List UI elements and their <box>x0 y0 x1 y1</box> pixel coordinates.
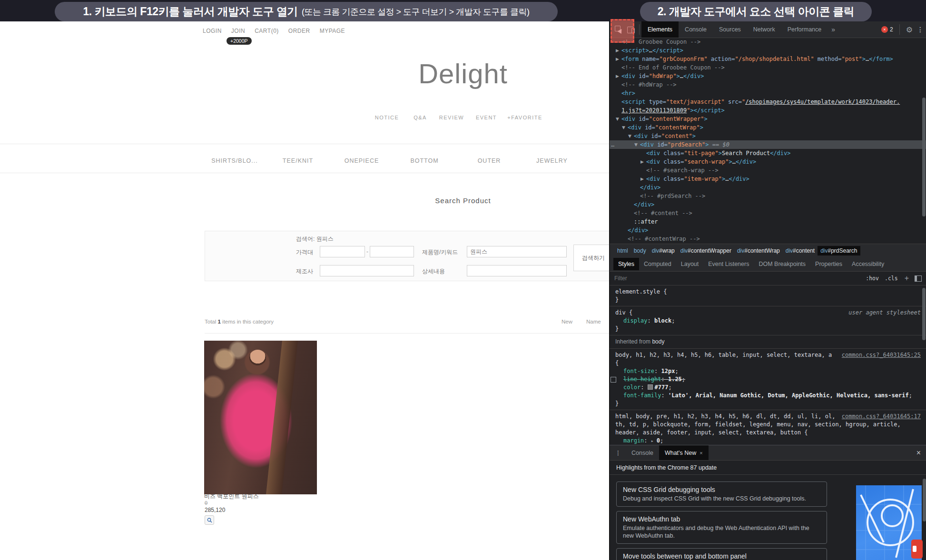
hov-toggle[interactable]: :hov <box>866 275 879 282</box>
breadcrumb-contentWrapper[interactable]: div#contentWrapper <box>678 246 734 255</box>
subnav-review[interactable]: REVIEW <box>439 115 464 120</box>
styles-tab-dom-breakpoints[interactable]: DOM Breakpoints <box>754 258 810 270</box>
expand-arrow-icon[interactable]: ▶ <box>640 157 644 166</box>
dom-tree-row[interactable]: </div> <box>610 200 926 209</box>
collapse-arrow-icon[interactable]: ▼ <box>628 132 631 140</box>
new-style-rule-icon[interactable]: + <box>905 274 909 283</box>
price-max-input[interactable] <box>370 246 414 257</box>
dom-tree-row[interactable]: <!-- #contentWrap --> <box>610 235 926 243</box>
category-outer[interactable]: OUTER <box>478 157 501 164</box>
dom-tree-row[interactable]: ▶<script>…</script> <box>610 46 926 55</box>
devtools-menu-icon[interactable]: ⋮ <box>917 26 924 33</box>
styles-tab-accessibility[interactable]: Accessibility <box>847 258 889 270</box>
tab-whats-new[interactable]: What's New × <box>659 445 709 460</box>
tab-console[interactable]: Console <box>626 445 659 460</box>
breadcrumb-content[interactable]: div#content <box>783 246 818 255</box>
styles-tab-event-listeners[interactable]: Event Listeners <box>703 258 754 270</box>
styles-scrollbar[interactable] <box>922 288 926 340</box>
dom-tree-row[interactable]: ▶<div id="hdWrap">…</div> <box>610 72 926 80</box>
breadcrumb-html[interactable]: html <box>614 246 631 255</box>
collapse-arrow-icon[interactable]: ▼ <box>622 123 625 132</box>
devtools-tab-performance[interactable]: Performance <box>781 21 828 38</box>
styles-tab-computed[interactable]: Computed <box>639 258 676 270</box>
dom-tree-row[interactable]: ▶<div class="item-wrap">…</div> <box>610 175 926 183</box>
collapse-arrow-icon[interactable]: ▼ <box>634 140 638 149</box>
category-onepiece[interactable]: ONEPIECE <box>345 157 379 164</box>
dom-tree-row[interactable]: ▼<div id="contentWrapper"> <box>610 115 926 123</box>
css-declaration[interactable]: font-family: 'Lato', Arial, Nanum Gothic… <box>615 392 921 400</box>
breadcrumb-prdSearch[interactable]: div#prdSearch <box>818 246 860 255</box>
dom-tree-row[interactable]: <!-- #prdSearch --> <box>610 192 926 200</box>
product-image[interactable] <box>204 341 317 494</box>
dom-tree-row[interactable]: 1.js?t=202011301809"></script> <box>610 106 926 115</box>
dom-tree-row[interactable]: ▼<div id="contentWrap"> <box>610 123 926 132</box>
drawer-menu-icon[interactable]: ⋮ <box>615 450 621 456</box>
css-declaration[interactable]: color: #777; <box>615 383 921 392</box>
dom-tree-row[interactable]: ▶<div class="search-wrap">…</div> <box>610 157 926 166</box>
breadcrumb-body[interactable]: body <box>631 246 649 255</box>
product-zoom-button[interactable] <box>205 515 214 525</box>
util-link-join[interactable]: JOIN <box>231 28 245 34</box>
css-declaration[interactable]: margin: ▸ 0; <box>615 437 921 445</box>
filter-input[interactable]: Filter <box>614 275 860 282</box>
close-drawer-icon[interactable]: × <box>916 449 921 457</box>
util-link-cart-0-[interactable]: CART(0) <box>255 28 279 34</box>
maker-input[interactable] <box>320 265 414 276</box>
subnav-event[interactable]: EVENT <box>476 115 497 120</box>
keyword-input[interactable] <box>467 246 567 257</box>
css-declaration[interactable]: font-size: 12px; <box>615 367 921 375</box>
drawer-scrollbar[interactable] <box>923 479 926 521</box>
category-tee-knit[interactable]: TEE/KNIT <box>283 157 313 164</box>
util-link-mypage[interactable]: MYPAGE <box>320 28 345 34</box>
dom-tree-row[interactable]: <script type="text/javascript" src="/sho… <box>610 98 926 106</box>
breadcrumb-wrap[interactable]: div#wrap <box>649 246 678 255</box>
dom-tree-row[interactable]: ▶<form name="grbCouponFrm" action="/shop… <box>610 55 926 63</box>
subnav-q-a[interactable]: Q&A <box>414 115 427 120</box>
dom-tree-row[interactable]: </div> <box>610 183 926 192</box>
subnav-notice[interactable]: NOTICE <box>375 115 399 120</box>
util-link-order[interactable]: ORDER <box>288 28 310 34</box>
more-tabs-icon[interactable]: » <box>827 26 839 33</box>
inherited-from-link[interactable]: body <box>652 338 664 345</box>
css-declaration[interactable]: line-height: 1.25; <box>615 375 921 383</box>
error-badge[interactable]: × 2 <box>881 26 893 33</box>
devtools-tab-network[interactable]: Network <box>747 21 781 38</box>
stylesheet-link[interactable]: common.css?_64031645:25 <box>842 351 921 359</box>
settings-gear-icon[interactable]: ⚙ <box>906 25 913 34</box>
dom-tree-row[interactable]: <!-- #content --> <box>610 209 926 217</box>
sort-new-link[interactable]: New <box>562 319 572 324</box>
dom-tree-row[interactable]: <!-- #search-wrap --> <box>610 166 926 175</box>
dom-tree-row[interactable]: <!-- Groobee Coupon --> <box>610 38 926 46</box>
sort-name-link[interactable]: Name <box>586 319 601 324</box>
devtools-tab-console[interactable]: Console <box>679 21 713 38</box>
category-shirts-blo-[interactable]: SHIRTS/BLO... <box>211 157 258 164</box>
dom-tree-row[interactable]: ::after <box>610 217 926 226</box>
dom-tree-row[interactable]: <!-- #hdWrap --> <box>610 80 926 89</box>
collapse-arrow-icon[interactable]: ▼ <box>616 115 619 123</box>
search-submit-button[interactable]: 검색하기 <box>573 245 613 271</box>
dom-tree-row[interactable]: </div> <box>610 226 926 235</box>
dom-tree-row[interactable]: <hr> <box>610 89 926 98</box>
category-bottom[interactable]: BOTTOM <box>410 157 438 164</box>
expand-arrow-icon[interactable]: ▶ <box>616 46 619 55</box>
stylesheet-link[interactable]: common.css?_64031645:17 <box>842 413 921 421</box>
styles-tab-properties[interactable]: Properties <box>810 258 847 270</box>
expand-arrow-icon[interactable]: ▶ <box>616 55 619 63</box>
elements-scrollbar[interactable] <box>922 98 926 216</box>
toggle-sidebar-icon[interactable] <box>915 275 922 282</box>
util-link-login[interactable]: LOGIN <box>203 28 222 34</box>
product-name[interactable]: 비즈 백포인트 원피스 <box>204 492 259 501</box>
category-jewelry[interactable]: JEWELRY <box>536 157 568 164</box>
detail-input[interactable] <box>467 265 567 276</box>
dom-tree-row[interactable]: <!-- End of Groobee Coupon --> <box>610 63 926 72</box>
expand-arrow-icon[interactable]: ▶ <box>640 175 644 183</box>
price-min-input[interactable] <box>320 246 365 257</box>
dom-tree-row[interactable]: <div class="tit-page">Search Product</di… <box>610 149 926 157</box>
subnav--favorite[interactable]: +FAVORITE <box>507 115 542 120</box>
styles-tab-styles[interactable]: Styles <box>613 258 639 270</box>
color-swatch[interactable] <box>648 384 653 390</box>
expand-arrow-icon[interactable]: ▶ <box>616 72 619 80</box>
dom-tree-row[interactable]: ▼<div id="content"> <box>610 132 926 140</box>
devtools-tab-elements[interactable]: Elements <box>641 21 679 38</box>
devtools-tab-sources[interactable]: Sources <box>713 21 747 38</box>
